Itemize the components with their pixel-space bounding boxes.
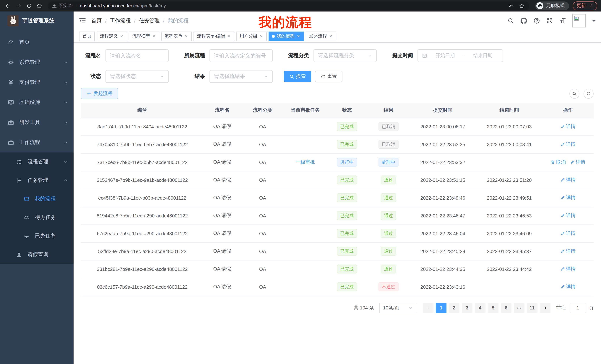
- sidebar-item-devtools[interactable]: 研发工具: [0, 112, 74, 133]
- trash-icon: [551, 160, 555, 164]
- bookmark-star-icon[interactable]: [519, 3, 525, 9]
- filter-category-label: 流程分类: [284, 52, 313, 59]
- result-badge: 通过: [381, 175, 396, 184]
- avatar[interactable]: [572, 14, 586, 28]
- tab-home[interactable]: 首页: [79, 31, 95, 41]
- detail-link[interactable]: 详情: [560, 248, 576, 255]
- detail-link[interactable]: 详情: [560, 141, 576, 148]
- sidebar-item-home[interactable]: 首页: [0, 32, 74, 52]
- close-icon[interactable]: [184, 34, 188, 38]
- goto-page-input[interactable]: [570, 303, 586, 313]
- tags-view: 首页 流程定义 流程模型 流程表单 流程表单-编辑 用户分组 我的流程 发起流程: [74, 30, 601, 43]
- more-pages-button[interactable]: •••: [514, 303, 524, 313]
- security-label: 不安全: [59, 3, 72, 9]
- briefcase-icon: [8, 139, 14, 146]
- browser-back-button[interactable]: [4, 1, 13, 10]
- detail-link[interactable]: 详情: [560, 123, 576, 130]
- page-button-6[interactable]: 6: [501, 303, 511, 313]
- browser-update-button[interactable]: 更新: [573, 1, 597, 10]
- page-button-4[interactable]: 4: [475, 303, 485, 313]
- submit-time-range-picker[interactable]: 开始日期 - 结束日期: [418, 49, 503, 62]
- sidebar-item-system[interactable]: 系统管理: [0, 52, 74, 72]
- tab-process-form[interactable]: 流程表单: [161, 31, 192, 41]
- close-icon[interactable]: [296, 34, 300, 38]
- robot-icon: [23, 196, 30, 202]
- breadcrumb-workflow[interactable]: 工作流程: [110, 18, 131, 24]
- sidebar-item-done-tasks[interactable]: 已办任务: [0, 227, 74, 245]
- help-icon[interactable]: [533, 18, 540, 24]
- current-task-link[interactable]: 一级审批: [296, 159, 315, 165]
- close-icon[interactable]: [120, 34, 124, 38]
- sidebar-item-leave-query[interactable]: 请假查询: [0, 245, 74, 264]
- tab-start-process[interactable]: 发起流程: [306, 31, 336, 41]
- detail-link[interactable]: 详情: [560, 194, 576, 201]
- col-actions: 操作: [542, 103, 594, 118]
- cancel-link[interactable]: 取消: [551, 159, 566, 165]
- search-button[interactable]: 搜索: [284, 71, 311, 82]
- sidebar-item-task-mgmt[interactable]: 任务管理: [0, 171, 74, 190]
- breadcrumb-home[interactable]: 首页: [91, 18, 102, 24]
- close-icon[interactable]: [259, 34, 263, 38]
- close-icon[interactable]: [227, 34, 231, 38]
- page-button-11[interactable]: 11: [527, 303, 538, 313]
- page-button-5[interactable]: 5: [488, 303, 499, 313]
- tab-user-group[interactable]: 用户分组: [236, 31, 267, 41]
- process-definition-input[interactable]: [214, 53, 268, 59]
- browser-reload-button[interactable]: [25, 1, 33, 10]
- status-select[interactable]: 请选择状态: [105, 70, 169, 83]
- edit-icon: [560, 178, 565, 182]
- sidebar-item-todo-tasks[interactable]: 待办任务: [0, 208, 74, 227]
- site-security-indicator[interactable]: 不安全: [52, 3, 72, 9]
- category-select[interactable]: 请选择流程分类: [313, 49, 377, 62]
- page-button-2[interactable]: 2: [449, 303, 460, 313]
- app-logo-row[interactable]: 芋道管理系统: [0, 11, 74, 30]
- close-icon[interactable]: [329, 34, 333, 38]
- eye-closed-icon: [23, 233, 30, 239]
- browser-forward-button[interactable]: [14, 1, 23, 10]
- github-icon[interactable]: [521, 18, 527, 24]
- prev-page-button[interactable]: [423, 303, 433, 313]
- browser-home-button[interactable]: [35, 1, 44, 10]
- fullscreen-icon[interactable]: [546, 18, 553, 24]
- sidebar-item-my-process[interactable]: 我的流程: [0, 190, 74, 208]
- tab-process-form-edit[interactable]: 流程表单-编辑: [193, 31, 234, 41]
- detail-link[interactable]: 详情: [560, 230, 576, 237]
- chevron-down-icon: [160, 74, 164, 79]
- search-icon[interactable]: [507, 18, 514, 24]
- detail-link[interactable]: 详情: [560, 284, 576, 290]
- detail-link[interactable]: 详情: [560, 177, 576, 183]
- sidebar-item-pay[interactable]: 支付管理: [0, 72, 74, 92]
- sidebar-item-infra[interactable]: 基础设施: [0, 92, 74, 112]
- refresh-table-button[interactable]: [583, 88, 594, 98]
- page-button-1[interactable]: 1: [436, 303, 446, 313]
- breadcrumb-task-mgmt[interactable]: 任务管理: [139, 18, 160, 24]
- result-badge: 已取消: [379, 140, 399, 149]
- show-search-button[interactable]: [570, 88, 580, 98]
- detail-link[interactable]: 详情: [560, 266, 576, 272]
- browser-menu-icon[interactable]: [589, 3, 594, 8]
- detail-link[interactable]: 详情: [570, 159, 585, 165]
- reset-button[interactable]: 重置: [315, 71, 342, 82]
- tab-process-definition[interactable]: 流程定义: [97, 31, 127, 41]
- result-badge: 处理中: [379, 158, 399, 167]
- tab-my-process[interactable]: 我的流程: [269, 31, 304, 41]
- caret-down-icon[interactable]: [592, 20, 596, 24]
- create-process-button[interactable]: 发起流程: [81, 88, 118, 99]
- result-select[interactable]: 请选择流结果: [210, 70, 273, 83]
- detail-link[interactable]: 详情: [560, 212, 576, 219]
- sidebar-item-workflow[interactable]: 工作流程: [0, 133, 74, 153]
- font-size-icon[interactable]: [559, 18, 566, 24]
- hamburger-icon[interactable]: [79, 17, 86, 25]
- password-key-icon[interactable]: [508, 3, 514, 9]
- page-size-select[interactable]: 10条/页: [379, 303, 416, 313]
- sidebar-item-process-mgmt[interactable]: 流程管理: [0, 153, 74, 171]
- table-row: 819442e8-7b9a-11ec-a290-acde48001122OA 请…: [81, 207, 594, 224]
- tab-process-model[interactable]: 流程模型: [129, 31, 159, 41]
- page-button-3[interactable]: 3: [462, 303, 472, 313]
- col-submit-time: 提交时间: [409, 103, 476, 118]
- process-name-input[interactable]: [110, 53, 164, 59]
- address-bar[interactable]: 不安全 dashboard.yudao.iocoder.cn/bpm/task/…: [48, 1, 529, 10]
- next-page-button[interactable]: [540, 303, 551, 313]
- close-icon[interactable]: [152, 34, 156, 38]
- edit-icon: [560, 124, 565, 129]
